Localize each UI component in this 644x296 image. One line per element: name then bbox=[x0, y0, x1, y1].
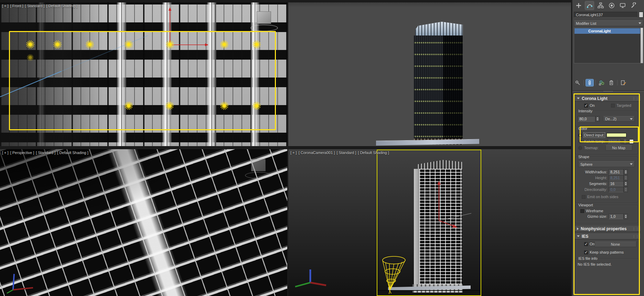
show-end-result-icon[interactable] bbox=[586, 79, 593, 86]
viewport-menu-general[interactable]: [ + ] bbox=[2, 4, 9, 8]
modify-tab-icon[interactable] bbox=[585, 1, 594, 10]
viewport-menu-renderer[interactable]: [ Standard ] bbox=[36, 151, 55, 155]
pin-stack-icon[interactable] bbox=[574, 79, 581, 86]
annotation-color-box bbox=[580, 126, 639, 142]
create-tab-icon[interactable] bbox=[574, 1, 583, 10]
toolbar-separator bbox=[595, 80, 596, 85]
display-tab-icon[interactable] bbox=[618, 1, 627, 10]
viewport-menu-pov[interactable]: [ Front ] bbox=[10, 4, 23, 8]
annotation-rollout-box bbox=[573, 93, 640, 295]
building-body bbox=[414, 35, 463, 139]
viewport-perspective[interactable]: [ + ] [ Perspective ] [ Standard ] [ Def… bbox=[0, 149, 287, 296]
configure-modifier-sets-icon[interactable] bbox=[620, 79, 627, 86]
viewport-menu-renderer[interactable]: [ Standard ] bbox=[25, 4, 45, 8]
viewport-label-front: [ + ] [ Front ] [ Standard ] [ Default S… bbox=[2, 4, 77, 8]
make-unique-icon[interactable] bbox=[598, 79, 605, 86]
object-name-input[interactable]: CoronaLight137 bbox=[574, 12, 637, 18]
object-color-swatch[interactable] bbox=[639, 12, 643, 18]
viewcube-compass[interactable] bbox=[250, 24, 278, 31]
viewport-camera[interactable]: [ + ] [ CoronaCamera001 ] [ Standard ] [… bbox=[288, 149, 571, 296]
viewcube[interactable] bbox=[257, 11, 278, 31]
building-crown bbox=[415, 22, 463, 36]
hierarchy-tab-icon[interactable] bbox=[596, 1, 605, 10]
viewport-menu-shading[interactable]: [ Default Shading ] bbox=[358, 151, 389, 155]
world-axis-tripod bbox=[290, 268, 328, 294]
viewport-menu-renderer[interactable]: [ Standard ] bbox=[336, 151, 356, 155]
stack-scrollbar[interactable] bbox=[641, 28, 643, 63]
viewcube-face[interactable] bbox=[257, 11, 271, 24]
modifier-list-dropdown[interactable]: Modifier List bbox=[574, 20, 643, 26]
viewport-label-perspective: [ + ] [ Perspective ] [ Standard ] [ Def… bbox=[2, 151, 88, 155]
facade-vignette bbox=[0, 149, 287, 296]
chevron-down-icon bbox=[638, 22, 641, 24]
viewport-label-camera: [ + ] [ CoronaCamera001 ] [ Standard ] [… bbox=[290, 151, 389, 155]
viewport-menu-pov[interactable]: [ Perspective ] bbox=[10, 151, 34, 155]
viewport-menu-general[interactable]: [ + ] bbox=[2, 151, 9, 155]
viewport-menu-shading[interactable]: [ Default Shading ] bbox=[46, 4, 77, 8]
modifier-stack[interactable]: CoronaLight bbox=[574, 28, 643, 63]
viewport-menu-pov[interactable]: [ CoronaCamera001 ] bbox=[299, 151, 335, 155]
command-panel-tabs bbox=[574, 1, 638, 10]
modifier-list-label: Modifier List bbox=[576, 21, 596, 25]
viewport-menu-shading[interactable]: [ Default Shading ] bbox=[57, 151, 88, 155]
remove-modifier-icon[interactable] bbox=[608, 79, 615, 86]
viewport-front[interactable]: [ + ] [ Front ] [ Standard ] [ Default S… bbox=[0, 2, 287, 146]
viewcube-face[interactable] bbox=[251, 159, 266, 171]
modifier-stack-entry[interactable]: CoronaLight bbox=[575, 28, 640, 34]
toolbar-separator bbox=[617, 80, 618, 85]
motion-tab-icon[interactable] bbox=[607, 1, 616, 10]
viewcube-compass[interactable] bbox=[245, 172, 272, 179]
panel-splitter[interactable] bbox=[572, 90, 644, 92]
modifier-stack-toolbar bbox=[574, 79, 643, 87]
toolbar-separator bbox=[583, 80, 584, 85]
annotation-lights-box bbox=[9, 31, 276, 130]
viewport-menu-general[interactable]: [ + ] bbox=[290, 151, 297, 155]
utilities-tab-icon[interactable] bbox=[629, 1, 638, 10]
viewport-render-preview[interactable] bbox=[288, 2, 571, 146]
plaza bbox=[376, 139, 479, 145]
viewcube[interactable] bbox=[251, 159, 272, 179]
camera-safe-frame bbox=[377, 150, 481, 296]
building-render bbox=[414, 22, 463, 145]
command-panel: CoronaLight137 Modifier List CoronaLight bbox=[572, 0, 644, 296]
